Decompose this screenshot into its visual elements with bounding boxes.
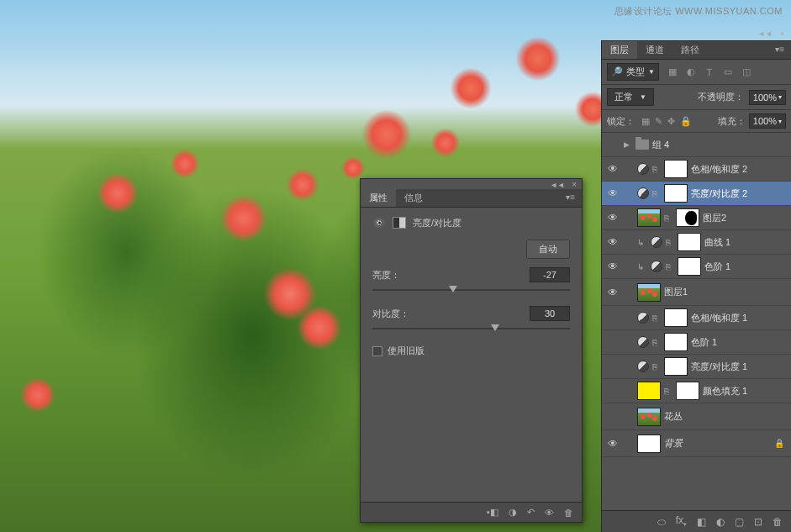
visibility-toggle[interactable]: 👁 [605, 287, 620, 298]
fill-value[interactable]: 100%▾ [749, 113, 786, 129]
tab-paths[interactable]: 路径 [672, 41, 708, 59]
link-icon[interactable]: ⎘ [666, 238, 674, 247]
mask-thumbnail[interactable] [664, 160, 688, 178]
mask-thumbnail[interactable] [676, 208, 699, 227]
layer-thumbnail[interactable] [637, 435, 661, 453]
layer-name[interactable]: 背景 [664, 437, 771, 450]
visibility-toggle[interactable]: 👁 [605, 212, 620, 224]
layer-name[interactable]: 色相/饱和度 1 [691, 312, 788, 324]
add-mask-icon[interactable]: ◧ [697, 516, 706, 528]
layer-row-image[interactable]: 👁 图层1 [602, 279, 791, 306]
layer-name[interactable]: 亮度/对比度 1 [691, 361, 788, 373]
visibility-toggle[interactable]: 👁 [605, 411, 620, 423]
visibility-icon[interactable]: 👁 [545, 508, 554, 518]
visibility-toggle[interactable]: 👁 [605, 336, 620, 348]
mask-thumbnail[interactable] [664, 357, 688, 376]
legacy-checkbox-row[interactable]: 使用旧版 [372, 345, 570, 357]
layer-effects-icon[interactable]: fx▾ [676, 514, 687, 528]
visibility-toggle[interactable]: 👁 [605, 385, 620, 397]
close-icon[interactable]: × [780, 29, 784, 38]
layer-name[interactable]: 色阶 1 [691, 336, 788, 349]
layer-row-adjustment[interactable]: 👁 ↳ ⎘ 曲线 1 [602, 230, 791, 255]
lock-transparency-icon[interactable]: ▦ [641, 116, 650, 127]
legacy-checkbox[interactable] [372, 346, 382, 356]
opacity-value[interactable]: 100%▾ [749, 90, 786, 105]
panel-menu-icon[interactable]: ▾≡ [768, 41, 791, 59]
reset-icon[interactable]: ↶ [527, 507, 535, 518]
link-icon[interactable]: ⎘ [666, 262, 674, 271]
delete-layer-icon[interactable]: 🗑 [773, 516, 783, 528]
layer-row-fill[interactable]: 👁 ⎘ 颜色填充 1 [602, 379, 791, 403]
filter-shape-icon[interactable]: ▭ [721, 66, 735, 78]
lock-pixels-icon[interactable]: ✎ [655, 116, 662, 127]
collapse-icon[interactable]: ◄◄ [550, 181, 565, 189]
mask-thumbnail[interactable] [678, 233, 701, 251]
layer-row-group[interactable]: 👁 ▶ 组 4 [602, 133, 791, 157]
mask-thumbnail[interactable] [676, 382, 699, 400]
mask-thumbnail[interactable] [664, 308, 688, 327]
delete-icon[interactable]: 🗑 [564, 508, 573, 518]
collapse-icon[interactable]: ◄◄ [757, 29, 773, 38]
visibility-toggle[interactable]: 👁 [605, 236, 620, 248]
brightness-thumb[interactable] [449, 286, 457, 292]
contrast-value[interactable]: 30 [530, 306, 570, 321]
link-icon[interactable]: ⎘ [652, 165, 661, 174]
layer-row-adjustment[interactable]: 👁 ⎘ 亮度/对比度 2 [602, 182, 791, 206]
filter-smart-icon[interactable]: ◫ [740, 66, 753, 78]
tab-properties[interactable]: 属性 [361, 189, 396, 207]
layer-name[interactable]: 花丛 [664, 410, 788, 423]
view-previous-icon[interactable]: ◑ [509, 507, 517, 518]
visibility-toggle[interactable]: 👁 [605, 187, 620, 199]
contrast-slider[interactable] [372, 328, 570, 329]
mask-thumbnail[interactable] [664, 333, 688, 351]
link-icon[interactable]: ⎘ [652, 338, 661, 347]
fill-thumbnail[interactable] [637, 382, 661, 400]
mask-thumbnail[interactable] [678, 257, 701, 276]
link-icon[interactable]: ⎘ [664, 387, 672, 396]
filter-type-icon[interactable]: T [703, 66, 716, 78]
link-icon[interactable]: ⎘ [652, 189, 661, 198]
new-layer-icon[interactable]: ⊡ [754, 516, 762, 528]
expand-arrow-icon[interactable]: ▶ [624, 140, 632, 149]
layer-row-adjustment[interactable]: 👁 ↳ ⎘ 色阶 1 [602, 255, 791, 279]
visibility-toggle[interactable]: 👁 [605, 139, 620, 150]
visibility-toggle[interactable]: 👁 [605, 312, 620, 324]
layer-thumbnail[interactable] [637, 208, 661, 227]
visibility-toggle[interactable]: 👁 [605, 361, 620, 372]
tab-channels[interactable]: 通道 [637, 41, 672, 59]
link-icon[interactable]: ⎘ [664, 213, 672, 223]
layer-name[interactable]: 曲线 1 [704, 236, 788, 249]
layer-row-adjustment[interactable]: 👁 ⎘ 亮度/对比度 1 [602, 355, 791, 379]
link-icon[interactable]: ⎘ [652, 362, 661, 371]
layer-row-adjustment[interactable]: 👁 ⎘ 色相/饱和度 1 [602, 306, 791, 330]
layer-name[interactable]: 色阶 1 [704, 261, 788, 273]
close-icon[interactable]: × [572, 180, 577, 189]
brightness-slider[interactable] [372, 289, 570, 291]
filter-type-dropdown[interactable]: 🔎类型▼ [607, 63, 659, 81]
tab-layers[interactable]: 图层 [602, 41, 637, 59]
auto-button[interactable]: 自动 [526, 240, 570, 259]
contrast-thumb[interactable] [491, 324, 499, 331]
brightness-value[interactable]: -27 [530, 267, 570, 282]
clip-icon[interactable]: ▪◧ [487, 507, 498, 518]
lock-position-icon[interactable]: ✥ [667, 116, 675, 127]
layer-row-adjustment[interactable]: 👁 ⎘ 色阶 1 [602, 330, 791, 355]
link-layers-icon[interactable]: ⬭ [657, 516, 666, 528]
layer-row-image[interactable]: 👁 花丛 [602, 403, 791, 430]
blend-mode-dropdown[interactable]: 正常▼ [607, 88, 654, 106]
layer-name[interactable]: 图层2 [703, 212, 788, 224]
layer-name[interactable]: 颜色填充 1 [703, 385, 788, 398]
layer-name[interactable]: 组 4 [652, 139, 788, 151]
panel-menu-icon[interactable]: ▾≡ [559, 189, 582, 207]
tab-info[interactable]: 信息 [396, 189, 431, 207]
layer-name[interactable]: 图层1 [664, 286, 788, 298]
layer-name[interactable]: 亮度/对比度 2 [691, 187, 788, 200]
lock-all-icon[interactable]: 🔒 [680, 116, 692, 127]
mask-thumbnail[interactable] [664, 184, 688, 203]
layer-name[interactable]: 色相/饱和度 2 [691, 163, 788, 176]
visibility-toggle[interactable]: 👁 [605, 163, 620, 175]
filter-pixel-icon[interactable]: ▦ [666, 66, 679, 78]
layer-thumbnail[interactable] [637, 283, 661, 302]
visibility-toggle[interactable]: 👁 [605, 438, 620, 450]
layer-row-image[interactable]: 👁 ⎘ 图层2 [602, 206, 791, 230]
